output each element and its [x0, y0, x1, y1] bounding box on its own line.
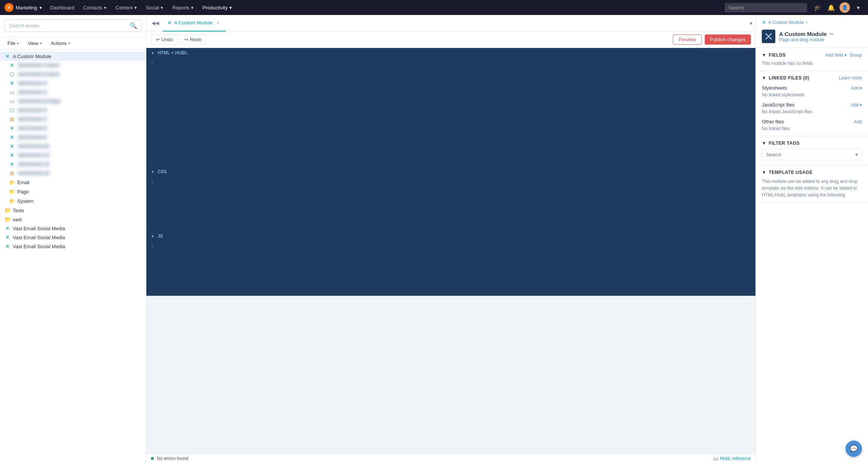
- tree-item-active[interactable]: ✕ A Custom Module: [0, 52, 146, 61]
- global-search-input[interactable]: [725, 3, 807, 12]
- list-item-vast-email-1[interactable]: ✕ Vast Email Social Media: [0, 224, 146, 233]
- breadcrumb-label[interactable]: A Custom Module: [768, 20, 804, 25]
- tree-folder-vast[interactable]: 📁 vast: [0, 215, 146, 224]
- folder-icon: 📁: [9, 180, 15, 185]
- collapse-sidebar-button[interactable]: ◀◀: [149, 17, 161, 29]
- list-item[interactable]: ▭ blurred item 5 longer: [0, 97, 146, 106]
- tab-hub-icon: ✕: [167, 20, 172, 26]
- template-usage-title: ▼ TEMPLATE USAGE: [762, 170, 812, 175]
- brand-logo-area[interactable]: H Marketing ▾: [5, 3, 42, 12]
- nav-dashboard[interactable]: Dashboard: [47, 0, 78, 15]
- fields-header: ▼ FIELDS Add field ▾ Group: [762, 52, 862, 58]
- css-editor[interactable]: 1: [146, 177, 755, 231]
- right-panel: ✕ A Custom Module › A Custom Module ✏ P: [755, 15, 868, 463]
- left-sidebar: 🔍 File ▾ View ▾ Actions ▾ ✕ A Custom Mod…: [0, 15, 146, 463]
- redo-button[interactable]: ↪ Redo: [179, 34, 206, 45]
- tree-folder-tests[interactable]: 📁 Tests: [0, 206, 146, 215]
- learn-more-link[interactable]: Learn more: [839, 75, 862, 81]
- nav-reports[interactable]: Reports ▾: [168, 0, 197, 15]
- stylesheets-add-button[interactable]: Add ▾: [851, 85, 862, 91]
- list-item[interactable]: ⬡ blurred item 6: [0, 106, 146, 115]
- module-title: A Custom Module: [779, 31, 827, 37]
- list-item[interactable]: ✕ blurred item 10: [0, 142, 146, 151]
- line-number: 1: [151, 180, 153, 185]
- nav-social[interactable]: Social ▾: [142, 0, 167, 15]
- tree-folder-system[interactable]: 📁 System: [0, 196, 146, 206]
- preview-button[interactable]: Preview: [673, 34, 701, 45]
- notifications-icon[interactable]: 🔔: [826, 2, 836, 13]
- css-header[interactable]: ▼ CSS: [146, 167, 755, 177]
- html-hubl-section: ▼ HTML + HUBL 1: [146, 48, 755, 167]
- brand-name: Marketing: [16, 5, 37, 10]
- tabs-overflow-chevron[interactable]: ▾: [750, 20, 752, 26]
- doc-icon: ▭: [9, 89, 15, 95]
- hub-icon: ✕: [5, 53, 11, 59]
- account-chevron[interactable]: ▾: [853, 2, 863, 13]
- js-files-label: JavaScript files: [762, 102, 794, 108]
- actions-menu-button[interactable]: Actions ▾: [48, 39, 73, 48]
- help-chat-button[interactable]: 💬: [845, 441, 862, 457]
- breadcrumb-hub-icon: ✕: [762, 19, 766, 25]
- hubl-reference-link[interactable]: 📖 HubL reference: [713, 456, 751, 461]
- fields-chevron-icon: ▼: [762, 52, 766, 58]
- js-header[interactable]: ▼ JS: [146, 231, 755, 241]
- top-navigation: H Marketing ▾ Dashboard Contacts ▾ Conte…: [0, 0, 868, 15]
- actions-chevron-icon: ▾: [68, 41, 70, 45]
- add-field-chevron: ▾: [844, 52, 847, 58]
- view-menu-button[interactable]: View ▾: [25, 39, 45, 48]
- css-icon: ⬡: [9, 107, 15, 113]
- user-avatar[interactable]: 👤: [839, 2, 850, 13]
- group-button[interactable]: Group: [850, 52, 862, 58]
- tab-custom-module[interactable]: ✕ A Custom Module ×: [163, 15, 226, 31]
- list-item[interactable]: ✕ blurred item 11: [0, 151, 146, 160]
- search-assets-input[interactable]: [9, 23, 127, 28]
- filter-tags-input[interactable]: [762, 149, 851, 160]
- list-item[interactable]: ✕ blurred item 1 name: [0, 61, 146, 70]
- tab-close-button[interactable]: ×: [215, 20, 221, 26]
- filter-tags-chevron: ▼: [762, 141, 766, 146]
- js-section: ▼ JS 1: [146, 231, 755, 296]
- nav-content[interactable]: Content ▾: [112, 0, 141, 15]
- filter-dropdown-chevron[interactable]: ▾: [851, 152, 862, 157]
- undo-icon: ↩: [156, 37, 160, 42]
- file-menu-button[interactable]: File ▾: [5, 39, 22, 48]
- tab-label: A Custom Module: [174, 20, 213, 25]
- tree-folder-page[interactable]: 📁 Page: [0, 187, 146, 196]
- folder-icon: 📁: [5, 207, 11, 213]
- breadcrumb: ✕ A Custom Module ›: [762, 19, 862, 25]
- js-editor[interactable]: 1: [146, 241, 755, 295]
- edit-module-icon[interactable]: ✏: [830, 31, 834, 37]
- stylesheets-empty: No linked stylesheets: [762, 92, 862, 97]
- list-item[interactable]: ✕ blurred item 3: [0, 79, 146, 88]
- search-icon[interactable]: 🔍: [130, 22, 137, 29]
- undo-button[interactable]: ↩ Undo: [151, 34, 178, 45]
- list-item-vast-email-2[interactable]: ✕ Vast Email Social Media: [0, 233, 146, 242]
- publish-button[interactable]: Publish changes: [705, 34, 751, 45]
- nav-productivity[interactable]: Productivity ▾: [199, 0, 236, 15]
- css-section: ▼ CSS 1: [146, 167, 755, 231]
- folder-label-system: System: [17, 198, 33, 204]
- other-files-add-button[interactable]: Add: [854, 119, 862, 124]
- undo-redo-group: ↩ Undo ↪ Redo: [151, 34, 206, 45]
- linked-files-section: ▼ LINKED FILES (0) Learn more Stylesheet…: [756, 71, 868, 136]
- js-add-chevron: ▾: [860, 102, 862, 108]
- fields-empty-text: This module has no fields: [762, 61, 862, 66]
- list-item[interactable]: ✕ blurred item 12: [0, 160, 146, 169]
- template-usage-section: ▼ TEMPLATE USAGE This module can be adde…: [756, 165, 868, 203]
- html-hubl-editor[interactable]: 1: [146, 58, 755, 166]
- list-item[interactable]: ⊞ blurred item 13: [0, 169, 146, 178]
- academy-icon[interactable]: 🎓: [812, 2, 823, 13]
- list-item[interactable]: ✕ blurred item 9: [0, 133, 146, 142]
- image-icon: ⊞: [9, 116, 15, 122]
- list-item[interactable]: ▭ blurred item 4: [0, 88, 146, 97]
- list-item[interactable]: ⬡ blurred item 2 name: [0, 70, 146, 79]
- nav-contacts[interactable]: Contacts ▾: [80, 0, 110, 15]
- html-hubl-header[interactable]: ▼ HTML + HUBL: [146, 48, 755, 58]
- editor-tabs-bar: ◀◀ ✕ A Custom Module × ▾: [146, 15, 755, 31]
- tree-folder-email[interactable]: 📁 Email: [0, 178, 146, 187]
- list-item-vast-email-3[interactable]: ✕ Vast Email Social Media: [0, 242, 146, 251]
- js-add-button[interactable]: Add ▾: [851, 102, 862, 108]
- add-field-button[interactable]: Add field ▾: [826, 52, 847, 58]
- list-item[interactable]: ⊞ blurred item 7: [0, 115, 146, 124]
- list-item[interactable]: ✕ blurred item 8: [0, 124, 146, 133]
